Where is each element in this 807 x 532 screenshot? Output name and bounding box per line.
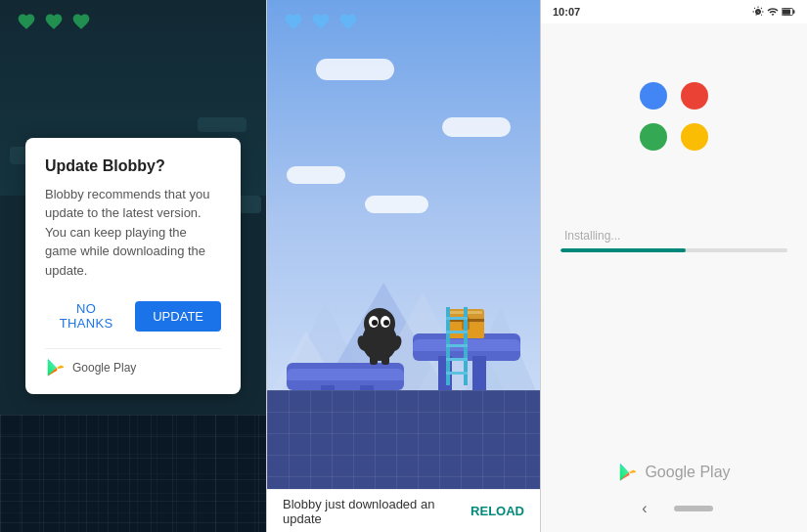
floating-platform-3 [287, 166, 345, 184]
svg-rect-25 [446, 317, 468, 320]
reload-button[interactable]: Reload [471, 504, 524, 518]
home-pill[interactable] [674, 506, 713, 511]
floating-platform-1 [316, 59, 394, 80]
panel3-install-screen: 10:07 Installing... [541, 0, 807, 532]
install-main-content [541, 23, 807, 229]
heart-p2-2 [310, 12, 332, 35]
dialog-overlay: Update Blobby? Blobby recommends that yo… [0, 0, 266, 532]
installing-label: Installing... [560, 229, 787, 243]
dialog-body: Blobby recommends that you update to the… [45, 185, 221, 281]
panel2-game-scene: Blobby just downloaded an update Reload [266, 0, 541, 532]
svg-rect-14 [370, 355, 378, 365]
dot-red [681, 82, 708, 110]
svg-rect-32 [783, 9, 790, 14]
svg-rect-27 [446, 344, 468, 347]
dot-green [640, 123, 667, 151]
ladder [444, 307, 470, 385]
svg-rect-29 [446, 372, 468, 375]
hearts-display-p2 [283, 12, 359, 35]
svg-point-11 [383, 320, 389, 326]
svg-rect-28 [446, 358, 468, 361]
navigation-bar: ‹ [541, 493, 807, 524]
wifi-icon [767, 6, 779, 18]
character-blobby [355, 304, 404, 368]
update-dialog: Update Blobby? Blobby recommends that yo… [25, 138, 241, 395]
update-button[interactable]: Update [135, 301, 221, 332]
progress-bar-background [560, 248, 787, 252]
battery-icon [782, 7, 795, 17]
back-button[interactable]: ‹ [635, 499, 654, 518]
progress-bar-fill [560, 248, 686, 252]
floating-platform-4 [365, 196, 428, 213]
status-time: 10:07 [553, 6, 580, 18]
dot-blue [640, 82, 667, 110]
panel1-game-dialog: Update Blobby? Blobby recommends that yo… [0, 0, 266, 532]
install-footer: Google Play ‹ [541, 454, 807, 532]
dialog-buttons: No thanks Update [45, 295, 221, 336]
status-icons [752, 6, 795, 18]
progress-section: Installing... [541, 229, 807, 252]
google-play-footer-text: Google Play [645, 464, 730, 481]
alarm-icon [752, 6, 764, 18]
heart-p2-3 [337, 12, 359, 35]
status-bar: 10:07 [541, 0, 807, 23]
google-play-footer: Google Play [617, 462, 730, 483]
dot-yellow [681, 123, 708, 151]
notification-text: Blobby just downloaded an update [283, 497, 471, 526]
no-thanks-button[interactable]: No thanks [45, 295, 127, 336]
google-play-label: Google Play [72, 361, 136, 375]
ground-platform-left-top [287, 369, 404, 380]
google-play-icon [45, 357, 67, 378]
svg-rect-15 [381, 355, 389, 365]
dots-grid [640, 82, 708, 151]
svg-rect-26 [446, 331, 468, 333]
dialog-footer: Google Play [45, 348, 221, 378]
floating-platform-2 [442, 117, 511, 137]
heart-p2-1 [283, 12, 304, 35]
svg-rect-31 [793, 10, 795, 14]
svg-point-7 [364, 308, 395, 339]
notification-bar: Blobby just downloaded an update Reload [267, 489, 540, 532]
svg-point-10 [372, 320, 378, 326]
google-play-footer-icon [617, 462, 639, 483]
dialog-title: Update Blobby? [45, 157, 221, 175]
